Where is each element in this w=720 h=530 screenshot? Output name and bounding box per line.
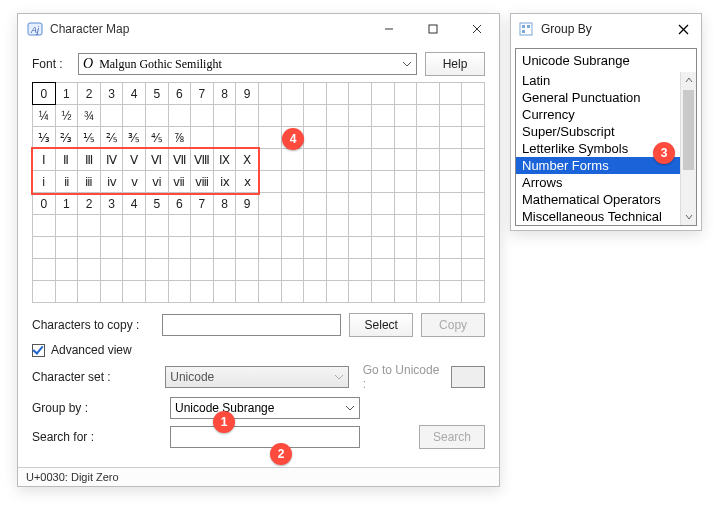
- char-cell[interactable]: [417, 215, 440, 237]
- char-cell[interactable]: [349, 193, 372, 215]
- char-cell[interactable]: [371, 237, 394, 259]
- char-cell[interactable]: [326, 259, 349, 281]
- char-cell[interactable]: 5: [145, 83, 168, 105]
- char-cell[interactable]: [236, 259, 259, 281]
- char-cell[interactable]: [168, 237, 191, 259]
- char-cell[interactable]: 3: [100, 193, 123, 215]
- char-cell[interactable]: [236, 281, 259, 303]
- char-cell[interactable]: [123, 237, 146, 259]
- char-cell[interactable]: [304, 281, 327, 303]
- char-cell[interactable]: [33, 259, 56, 281]
- maximize-button[interactable]: [411, 15, 455, 43]
- char-cell[interactable]: ⅸ: [213, 171, 236, 193]
- char-cell[interactable]: ⅳ: [100, 171, 123, 193]
- char-cell[interactable]: ⅵ: [145, 171, 168, 193]
- char-cell[interactable]: [326, 83, 349, 105]
- char-cell[interactable]: [100, 105, 123, 127]
- char-cell[interactable]: [394, 281, 417, 303]
- char-cell[interactable]: ⅲ: [78, 171, 101, 193]
- char-cell[interactable]: [258, 259, 281, 281]
- chars-to-copy-input[interactable]: [162, 314, 341, 336]
- char-cell[interactable]: [371, 149, 394, 171]
- char-cell[interactable]: [417, 83, 440, 105]
- char-cell[interactable]: [168, 105, 191, 127]
- char-cell[interactable]: [439, 127, 462, 149]
- char-cell[interactable]: [168, 215, 191, 237]
- char-cell[interactable]: [462, 215, 485, 237]
- char-cell[interactable]: [326, 105, 349, 127]
- char-cell[interactable]: [371, 215, 394, 237]
- char-cell[interactable]: ⅞: [168, 127, 191, 149]
- char-cell[interactable]: [439, 215, 462, 237]
- char-cell[interactable]: [394, 193, 417, 215]
- char-cell[interactable]: [439, 83, 462, 105]
- char-cell[interactable]: [191, 215, 214, 237]
- char-cell[interactable]: [33, 281, 56, 303]
- char-cell[interactable]: [462, 105, 485, 127]
- char-cell[interactable]: Ⅴ: [123, 149, 146, 171]
- char-cell[interactable]: [417, 281, 440, 303]
- char-cell[interactable]: 1: [55, 193, 78, 215]
- char-cell[interactable]: [462, 237, 485, 259]
- select-button[interactable]: Select: [349, 313, 413, 337]
- char-cell[interactable]: [304, 127, 327, 149]
- char-cell[interactable]: [417, 237, 440, 259]
- search-input[interactable]: [170, 426, 360, 448]
- char-cell[interactable]: [394, 105, 417, 127]
- char-cell[interactable]: Ⅹ: [236, 149, 259, 171]
- char-cell[interactable]: [371, 127, 394, 149]
- char-cell[interactable]: [78, 215, 101, 237]
- char-cell[interactable]: [281, 193, 304, 215]
- char-cell[interactable]: [145, 237, 168, 259]
- char-cell[interactable]: 6: [168, 83, 191, 105]
- char-cell[interactable]: [371, 281, 394, 303]
- char-cell[interactable]: [462, 83, 485, 105]
- char-cell[interactable]: [145, 259, 168, 281]
- char-cell[interactable]: [213, 259, 236, 281]
- list-item[interactable]: Latin: [516, 72, 696, 89]
- char-cell[interactable]: [417, 105, 440, 127]
- char-cell[interactable]: [304, 215, 327, 237]
- char-cell[interactable]: [55, 281, 78, 303]
- char-cell[interactable]: [33, 237, 56, 259]
- char-cell[interactable]: [123, 259, 146, 281]
- char-cell[interactable]: [236, 237, 259, 259]
- char-cell[interactable]: [168, 281, 191, 303]
- char-cell[interactable]: [349, 259, 372, 281]
- char-cell[interactable]: [213, 237, 236, 259]
- char-cell[interactable]: [394, 127, 417, 149]
- char-cell[interactable]: [304, 193, 327, 215]
- char-cell[interactable]: [394, 215, 417, 237]
- char-cell[interactable]: [78, 281, 101, 303]
- close-button[interactable]: [665, 15, 701, 43]
- char-cell[interactable]: [417, 127, 440, 149]
- char-cell[interactable]: [191, 127, 214, 149]
- char-cell[interactable]: [417, 193, 440, 215]
- char-cell[interactable]: [145, 281, 168, 303]
- char-cell[interactable]: [439, 171, 462, 193]
- char-cell[interactable]: [394, 171, 417, 193]
- char-cell[interactable]: [439, 105, 462, 127]
- char-cell[interactable]: [349, 215, 372, 237]
- char-cell[interactable]: [281, 237, 304, 259]
- char-cell[interactable]: [258, 193, 281, 215]
- char-cell[interactable]: ⅓: [33, 127, 56, 149]
- char-cell[interactable]: ⅕: [78, 127, 101, 149]
- char-cell[interactable]: [439, 237, 462, 259]
- char-cell[interactable]: [281, 171, 304, 193]
- char-cell[interactable]: [394, 237, 417, 259]
- char-cell[interactable]: [145, 105, 168, 127]
- char-cell[interactable]: [394, 83, 417, 105]
- char-cell[interactable]: [123, 281, 146, 303]
- char-cell[interactable]: Ⅰ: [33, 149, 56, 171]
- char-cell[interactable]: [258, 83, 281, 105]
- char-cell[interactable]: ⅱ: [55, 171, 78, 193]
- help-button[interactable]: Help: [425, 52, 485, 76]
- char-cell[interactable]: [417, 171, 440, 193]
- list-item[interactable]: Super/Subscript: [516, 123, 696, 140]
- char-cell[interactable]: [258, 127, 281, 149]
- close-button[interactable]: [455, 15, 499, 43]
- advanced-view-checkbox[interactable]: [32, 344, 45, 357]
- char-cell[interactable]: [213, 105, 236, 127]
- char-cell[interactable]: Ⅲ: [78, 149, 101, 171]
